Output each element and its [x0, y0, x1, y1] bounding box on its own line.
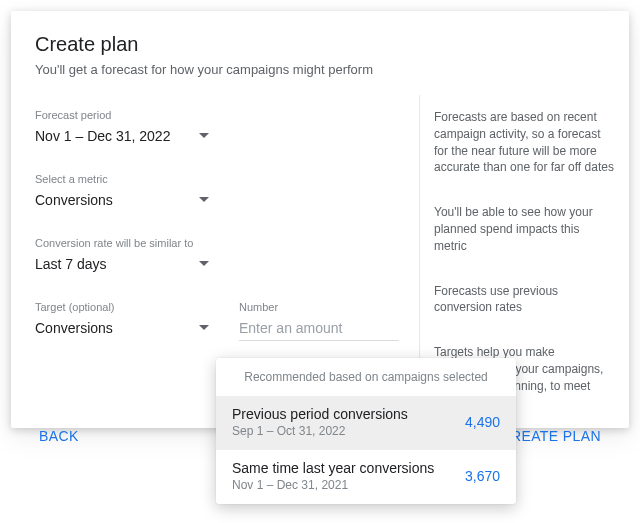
- option-value: 4,490: [465, 414, 500, 430]
- metric-field[interactable]: Select a metric Conversions: [35, 173, 215, 213]
- field-label: Select a metric: [35, 173, 215, 185]
- metric-select[interactable]: Conversions: [35, 189, 215, 213]
- option-subtitle: Nov 1 – Dec 31, 2021: [232, 478, 434, 492]
- option-text: Same time last year conversions Nov 1 – …: [232, 460, 434, 492]
- page-title: Create plan: [35, 33, 605, 56]
- option-title: Same time last year conversions: [232, 460, 434, 476]
- helper-forecast-period: Forecasts are based on recent campaign a…: [434, 109, 615, 176]
- target-row: Target (optional) Conversions Number Ent…: [35, 301, 399, 341]
- field-value-text: Nov 1 – Dec 31, 2022: [35, 128, 170, 144]
- conversion-rate-select[interactable]: Last 7 days: [35, 253, 215, 277]
- field-label: Forecast period: [35, 109, 215, 121]
- field-label: Target (optional): [35, 301, 215, 313]
- helper-conversion-rate: Forecasts use previous conversion rates: [434, 283, 615, 317]
- field-value-text: Conversions: [35, 192, 113, 208]
- helper-metric: You'll be able to see how your planned s…: [434, 204, 615, 254]
- page-subtitle: You'll get a forecast for how your campa…: [35, 62, 605, 77]
- field-value-text: Conversions: [35, 320, 113, 336]
- recommendations-popover: Recommended based on campaigns selected …: [216, 358, 516, 504]
- chevron-down-icon: [199, 325, 209, 330]
- conversion-rate-field[interactable]: Conversion rate will be similar to Last …: [35, 237, 265, 277]
- option-title: Previous period conversions: [232, 406, 408, 422]
- option-value: 3,670: [465, 468, 500, 484]
- back-button[interactable]: BACK: [25, 418, 93, 454]
- input-placeholder: Enter an amount: [239, 320, 343, 336]
- forecast-period-select[interactable]: Nov 1 – Dec 31, 2022: [35, 125, 215, 149]
- option-text: Previous period conversions Sep 1 – Oct …: [232, 406, 408, 438]
- recommendation-option-previous-period[interactable]: Previous period conversions Sep 1 – Oct …: [216, 396, 516, 450]
- forecast-period-field[interactable]: Forecast period Nov 1 – Dec 31, 2022: [35, 109, 215, 149]
- option-subtitle: Sep 1 – Oct 31, 2022: [232, 424, 408, 438]
- chevron-down-icon: [199, 197, 209, 202]
- number-input[interactable]: Enter an amount: [239, 317, 399, 341]
- field-label: Number: [239, 301, 399, 313]
- target-select[interactable]: Conversions: [35, 317, 215, 341]
- popover-header: Recommended based on campaigns selected: [216, 358, 516, 396]
- field-value-text: Last 7 days: [35, 256, 107, 272]
- chevron-down-icon: [199, 133, 209, 138]
- field-label: Conversion rate will be similar to: [35, 237, 265, 249]
- dialog-header: Create plan You'll get a forecast for ho…: [11, 11, 629, 95]
- chevron-down-icon: [199, 261, 209, 266]
- target-field[interactable]: Target (optional) Conversions: [35, 301, 215, 341]
- number-field[interactable]: Number Enter an amount: [239, 301, 399, 341]
- recommendation-option-last-year[interactable]: Same time last year conversions Nov 1 – …: [216, 450, 516, 504]
